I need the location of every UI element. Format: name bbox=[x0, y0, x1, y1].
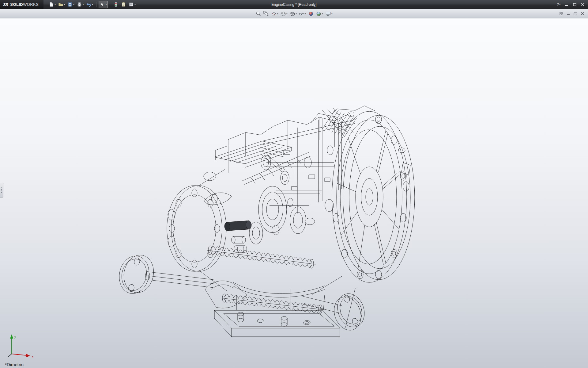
restore-document-button[interactable] bbox=[572, 11, 579, 16]
options-button[interactable]: ▾ bbox=[128, 1, 137, 8]
display-style-cube-icon bbox=[289, 11, 295, 17]
print-button[interactable]: ▾ bbox=[76, 1, 85, 8]
left-panel-collapsed-tab[interactable] bbox=[0, 183, 3, 197]
apply-scene-button[interactable]: ▾ bbox=[315, 10, 324, 17]
solidworks-logo: 3S SOLIDWORKS bbox=[0, 0, 43, 9]
zoom-to-area-button[interactable] bbox=[262, 10, 270, 17]
edit-appearance-ball-icon bbox=[308, 11, 314, 17]
x-axis-arrow bbox=[26, 354, 30, 357]
undo-icon bbox=[86, 2, 91, 7]
close-document-button[interactable] bbox=[579, 11, 586, 16]
title-bar: 3S SOLIDWORKS ▾ ▾ ▾ bbox=[0, 0, 588, 9]
file-properties-button[interactable] bbox=[120, 1, 127, 8]
minimize-icon bbox=[565, 3, 568, 6]
rebuild-button[interactable] bbox=[112, 1, 119, 8]
tile-windows-icon bbox=[560, 12, 563, 15]
tile-windows-button[interactable] bbox=[558, 11, 564, 16]
open-button[interactable]: ▾ bbox=[57, 1, 66, 8]
toolbar-separator bbox=[110, 2, 110, 7]
print-icon bbox=[77, 2, 82, 7]
help-button[interactable]: ?▾ bbox=[555, 2, 562, 7]
save-button[interactable]: ▾ bbox=[66, 1, 75, 8]
left-flange bbox=[167, 169, 227, 291]
window-controls: ?▾ bbox=[555, 2, 588, 7]
view-orientation-cube-icon bbox=[280, 11, 286, 17]
minimize-document-button[interactable] bbox=[565, 11, 571, 16]
toolbar-separator bbox=[96, 2, 96, 7]
brand-name: SOLIDWORKS bbox=[10, 2, 39, 7]
minimize-document-icon bbox=[567, 12, 570, 15]
select-cursor-icon bbox=[100, 2, 105, 7]
section-view-button[interactable]: ▾ bbox=[270, 10, 279, 17]
restore-document-icon bbox=[574, 12, 577, 15]
view-settings-button[interactable]: ▾ bbox=[324, 10, 334, 17]
document-window-controls bbox=[558, 9, 586, 18]
rebuild-traffic-light-icon bbox=[113, 2, 119, 7]
mount-arm-right bbox=[301, 290, 370, 334]
heads-up-view-toolbar: ▾ ▾ ▾ ▾ bbox=[254, 9, 333, 18]
zoom-to-fit-button[interactable] bbox=[254, 10, 262, 17]
dassault-3ds-logo-icon: 3S bbox=[3, 2, 8, 7]
close-button[interactable] bbox=[579, 2, 586, 7]
new-document-icon bbox=[49, 2, 54, 7]
zoom-to-fit-icon bbox=[255, 11, 261, 17]
file-properties-icon bbox=[121, 2, 126, 7]
reference-triad: y x bbox=[4, 331, 38, 359]
spring-upper bbox=[207, 246, 315, 268]
view-settings-monitor-icon bbox=[325, 11, 331, 17]
options-sheet-icon bbox=[129, 2, 134, 7]
edit-appearance-button[interactable] bbox=[307, 10, 315, 17]
save-floppy-icon bbox=[67, 2, 73, 7]
select-button[interactable]: ▾ bbox=[99, 1, 108, 8]
undo-button[interactable]: ▾ bbox=[85, 1, 94, 8]
y-axis-label: y bbox=[14, 335, 16, 339]
close-document-icon bbox=[581, 12, 584, 15]
housing-flange bbox=[332, 111, 415, 282]
new-document-button[interactable]: ▾ bbox=[48, 1, 57, 8]
close-icon bbox=[581, 3, 584, 6]
view-orientation-button[interactable]: ▾ bbox=[279, 10, 288, 17]
maximize-button[interactable] bbox=[571, 2, 578, 7]
main-toolbar: ▾ ▾ ▾ ▾ bbox=[48, 1, 137, 8]
zoom-to-area-icon bbox=[263, 11, 269, 17]
casing-body bbox=[204, 106, 375, 308]
hide-show-glasses-icon bbox=[299, 11, 304, 17]
graphics-viewport[interactable]: y x *Dimetric bbox=[0, 18, 588, 368]
apply-scene-icon bbox=[316, 11, 322, 17]
view-orientation-label: *Dimetric bbox=[5, 362, 24, 367]
heads-up-bar: ▾ ▾ ▾ ▾ bbox=[0, 9, 588, 18]
z-axis bbox=[8, 354, 12, 357]
dark-cylinder bbox=[224, 220, 252, 231]
section-view-icon bbox=[271, 11, 276, 17]
engine-casing-wireframe bbox=[116, 106, 415, 337]
hide-show-items-button[interactable]: ▾ bbox=[298, 10, 307, 17]
open-folder-icon bbox=[58, 2, 63, 7]
maximize-icon bbox=[573, 3, 576, 6]
solidworks-window: 3S SOLIDWORKS ▾ ▾ ▾ bbox=[0, 0, 588, 368]
display-style-button[interactable]: ▾ bbox=[288, 10, 298, 17]
model-viewport-canvas[interactable] bbox=[0, 18, 588, 368]
y-axis-arrow bbox=[10, 334, 13, 339]
minimize-button[interactable] bbox=[563, 2, 570, 7]
mount-arm-left bbox=[116, 251, 213, 297]
x-axis-label: x bbox=[32, 355, 33, 358]
